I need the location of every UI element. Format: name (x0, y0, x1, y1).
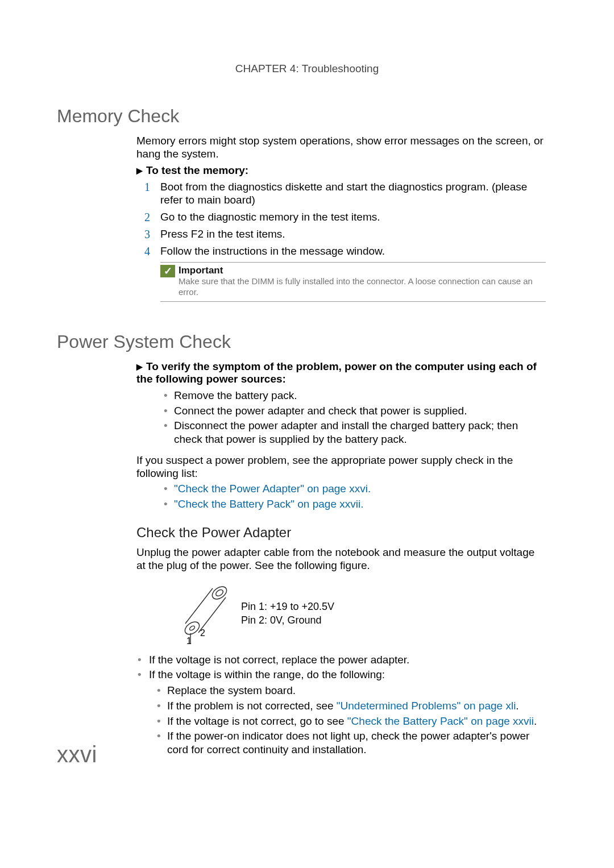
memory-step-4: 4Follow the instructions in the message … (136, 244, 546, 258)
voltage-bullet-2-text: If the voltage is within the range, do t… (149, 668, 385, 680)
link-check-battery-pack[interactable]: "Check the Battery Pack" on page xxvii. (174, 498, 363, 510)
svg-point-3 (189, 625, 196, 631)
important-callout: ✓ Important Make sure that the DIMM is f… (160, 262, 546, 302)
svg-text:1: 1 (186, 636, 192, 645)
link-power-adapter: "Check the Power Adapter" on page xxvi. (159, 482, 546, 496)
link-undetermined-problems[interactable]: "Undetermined Problems" on page xli (337, 700, 516, 712)
memory-step-1-text: Boot from the diagnostics diskette and s… (160, 181, 527, 206)
sub-bullet-1: Replace the system board. (152, 684, 546, 697)
sub-bullet-3: If the voltage is not correct, go to see… (152, 715, 546, 728)
memory-step-2: 2Go to the diagnostic memory in the test… (136, 210, 546, 224)
heading-check-power-adapter: Check the Power Adapter (136, 525, 546, 541)
pin1-text: Pin 1: +19 to +20.5V (241, 600, 334, 613)
memory-step-3: 3Press F2 in the test items. (136, 227, 546, 241)
memory-proc-lead: To test the memory: (136, 164, 546, 177)
sub-bullet-4: If the power-on indicator does not light… (152, 729, 546, 757)
svg-point-0 (210, 584, 229, 601)
power-bullet-2: Connect the power adapter and check that… (159, 404, 546, 418)
checkmark-icon: ✓ (160, 265, 175, 277)
link-battery-pack: "Check the Battery Pack" on page xxvii. (159, 497, 546, 511)
sub-bullet-2: If the problem is not corrected, see "Un… (152, 699, 546, 713)
memory-intro: Memory errors might stop system operatio… (136, 135, 546, 161)
voltage-bullet-2: If the voltage is within the range, do t… (136, 668, 546, 757)
memory-step-2-text: Go to the diagnostic memory in the test … (160, 211, 380, 223)
sub-bullet-2-pre: If the problem is not corrected, see (167, 700, 337, 712)
heading-memory-check: Memory Check (57, 106, 557, 127)
page-number: xxvi (57, 742, 97, 767)
link-check-battery-pack-2[interactable]: "Check the Battery Pack" on page xxvii (347, 715, 534, 727)
callout-title: Important (179, 265, 546, 276)
sub-bullet-2-post: . (516, 700, 518, 712)
memory-step-1: 1Boot from the diagnostics diskette and … (136, 180, 546, 207)
svg-text:2: 2 (200, 628, 205, 638)
heading-power-system-check: Power System Check (57, 331, 557, 352)
power-bullet-3: Disconnect the power adapter and install… (159, 419, 546, 446)
chapter-header: CHAPTER 4: Troubleshooting (57, 63, 557, 75)
memory-step-4-text: Follow the instructions in the message w… (160, 245, 385, 257)
plug-icon: 1 2 (167, 583, 235, 645)
power-bullet-1: Remove the battery pack. (159, 389, 546, 402)
memory-step-3-text: Press F2 in the test items. (160, 228, 285, 240)
svg-point-2 (182, 619, 201, 637)
svg-point-1 (215, 588, 225, 597)
pin2-text: Pin 2: 0V, Ground (241, 614, 334, 627)
power-proc-lead: To verify the symptom of the problem, po… (136, 360, 546, 385)
link-check-power-adapter[interactable]: "Check the Power Adapter" on page xxvi. (174, 483, 371, 495)
callout-body: Make sure that the DIMM is fully install… (179, 276, 546, 298)
plug-figure: 1 2 Pin 1: +19 to +20.5V Pin 2: 0V, Grou… (167, 583, 546, 645)
sub-bullet-3-pre: If the voltage is not correct, go to see (167, 715, 347, 727)
power-suspect-lead: If you suspect a power problem, see the … (136, 454, 546, 480)
adapter-intro: Unplug the power adapter cable from the … (136, 546, 546, 572)
sub-bullet-3-post: . (534, 715, 537, 727)
voltage-bullet-1: If the voltage is not correct, replace t… (136, 653, 546, 667)
